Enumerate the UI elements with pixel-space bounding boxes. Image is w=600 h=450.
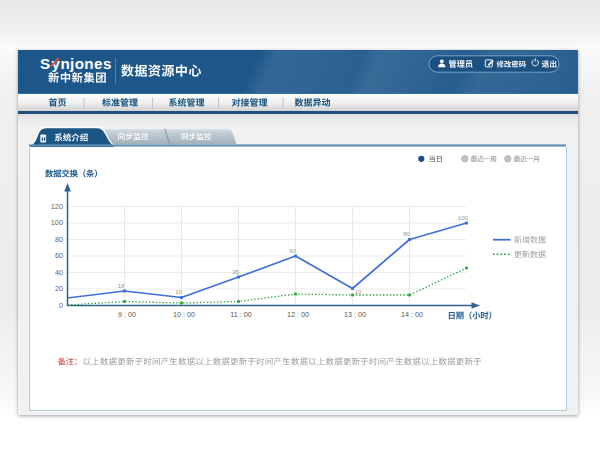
svg-text:80: 80 (55, 235, 63, 244)
svg-text:14 : 00: 14 : 00 (401, 310, 423, 319)
svg-text:20: 20 (55, 284, 63, 293)
svg-text:12 : 00: 12 : 00 (287, 310, 309, 319)
svg-text:100: 100 (458, 214, 469, 221)
svg-text:18: 18 (118, 282, 125, 289)
svg-text:9 : 00: 9 : 00 (118, 310, 136, 319)
svg-text:13 : 00: 13 : 00 (344, 310, 366, 319)
svg-text:60: 60 (55, 251, 63, 260)
svg-text:40: 40 (55, 268, 63, 277)
svg-text:60: 60 (289, 247, 296, 254)
svg-text:120: 120 (51, 202, 63, 211)
svg-text:80: 80 (403, 230, 410, 237)
svg-text:100: 100 (51, 218, 63, 227)
svg-text:Synjones: Synjones (40, 55, 112, 72)
svg-text:11 : 00: 11 : 00 (230, 310, 251, 319)
svg-text:10 : 00: 10 : 00 (173, 310, 195, 319)
svg-text:35: 35 (232, 268, 239, 275)
svg-text:10: 10 (355, 288, 362, 295)
svg-text:10: 10 (175, 288, 182, 295)
svg-text:0: 0 (59, 301, 63, 310)
